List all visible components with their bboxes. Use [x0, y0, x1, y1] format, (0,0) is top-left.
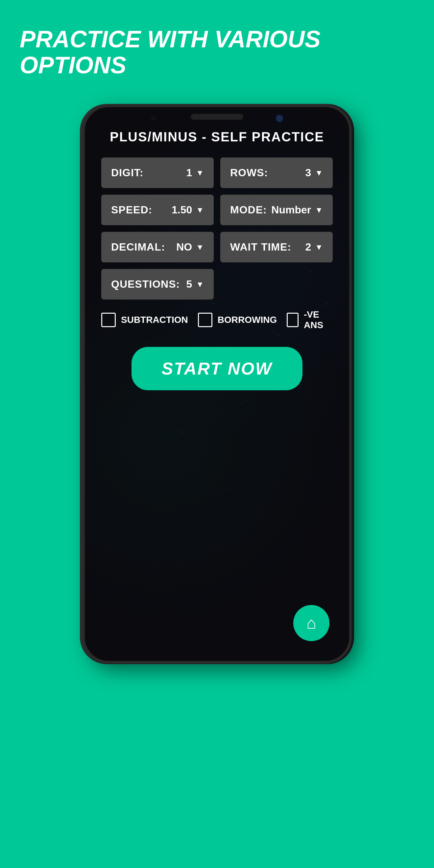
- borrowing-checkbox[interactable]: BORROWING: [198, 313, 277, 327]
- page-title: PRACTICE WITH VARIOUS OPTIONS: [20, 26, 414, 78]
- screen-title: PLUS/MINUS - SELF PRACTICE: [101, 129, 333, 144]
- phone-frame: PLUS/MINUS - SELF PRACTICE DIGIT: 1 ▼ RO…: [82, 104, 352, 663]
- phone-wrapper: PLUS/MINUS - SELF PRACTICE DIGIT: 1 ▼ RO…: [0, 98, 434, 663]
- page-background: PRACTICE WITH VARIOUS OPTIONS: [0, 0, 434, 868]
- mode-value: Number: [271, 204, 311, 216]
- questions-value-container: 5 ▼: [186, 278, 204, 290]
- rows-arrow-icon: ▼: [315, 168, 323, 178]
- decimal-value-container: NO ▼: [176, 241, 204, 253]
- wait-time-dropdown[interactable]: WAIT TIME: 2 ▼: [220, 232, 333, 262]
- svg-line-10: [182, 400, 246, 432]
- subtraction-checkbox[interactable]: SUBTRACTION: [101, 313, 188, 327]
- volume-down-button: [82, 229, 84, 249]
- subtraction-label: SUBTRACTION: [121, 315, 188, 325]
- checkboxes-row: SUBTRACTION BORROWING -VE ANS: [101, 309, 333, 331]
- speed-arrow-icon: ▼: [196, 206, 204, 215]
- svg-point-25: [181, 432, 183, 434]
- volume-up-button: [82, 199, 84, 219]
- questions-arrow-icon: ▼: [196, 280, 204, 289]
- phone-sensor: [151, 116, 156, 121]
- phone-speaker: [191, 114, 243, 120]
- options-row-4: QUESTIONS: 5 ▼: [101, 269, 333, 300]
- decimal-arrow-icon: ▼: [196, 243, 204, 252]
- home-fab-button[interactable]: ⌂: [293, 605, 330, 641]
- options-row-2: SPEED: 1.50 ▼ MODE: Number ▼: [101, 195, 333, 225]
- svg-line-15: [182, 529, 246, 562]
- phone-camera: [276, 115, 283, 122]
- mode-arrow-icon: ▼: [315, 206, 323, 215]
- svg-line-14: [117, 529, 182, 562]
- rows-value-container: 3 ▼: [305, 167, 323, 179]
- home-icon: ⌂: [306, 614, 316, 632]
- mode-dropdown[interactable]: MODE: Number ▼: [220, 195, 333, 225]
- svg-line-13: [214, 465, 278, 497]
- start-now-button[interactable]: START NOW: [131, 347, 303, 390]
- borrowing-checkbox-box[interactable]: [198, 313, 212, 327]
- options-row-3: DECIMAL: NO ▼ WAIT TIME: 2 ▼: [101, 232, 333, 262]
- decimal-label: DECIMAL:: [111, 241, 165, 253]
- digit-dropdown[interactable]: DIGIT: 1 ▼: [101, 157, 214, 188]
- page-header: PRACTICE WITH VARIOUS OPTIONS: [0, 0, 434, 98]
- digit-value: 1: [186, 167, 192, 179]
- subtraction-checkbox-box[interactable]: [101, 313, 116, 327]
- borrowing-label: BORROWING: [218, 315, 277, 325]
- wait-time-value: 2: [305, 241, 311, 253]
- wait-time-arrow-icon: ▼: [315, 243, 323, 252]
- speed-label: SPEED:: [111, 204, 152, 216]
- svg-line-11: [246, 400, 310, 432]
- options-row-1: DIGIT: 1 ▼ ROWS: 3 ▼: [101, 157, 333, 188]
- phone-screen: PLUS/MINUS - SELF PRACTICE DIGIT: 1 ▼ RO…: [85, 107, 349, 661]
- rows-label: ROWS:: [230, 167, 268, 179]
- negative-ans-checkbox-box[interactable]: [287, 313, 299, 327]
- wait-time-value-container: 2 ▼: [305, 241, 323, 253]
- rows-value: 3: [305, 167, 311, 179]
- negative-ans-checkbox[interactable]: -VE ANS: [287, 309, 333, 331]
- negative-ans-label: -VE ANS: [304, 309, 333, 331]
- questions-value: 5: [186, 278, 192, 290]
- mode-label: MODE:: [230, 204, 267, 216]
- questions-dropdown[interactable]: QUESTIONS: 5 ▼: [101, 269, 214, 300]
- mode-value-container: Number ▼: [271, 204, 323, 216]
- questions-label: QUESTIONS:: [111, 278, 180, 290]
- speed-value: 1.50: [172, 204, 192, 216]
- digit-label: DIGIT:: [111, 167, 143, 179]
- wait-time-label: WAIT TIME:: [230, 241, 291, 253]
- digit-arrow-icon: ▼: [196, 168, 204, 178]
- decimal-value: NO: [176, 241, 192, 253]
- digit-value-container: 1 ▼: [186, 167, 204, 179]
- svg-line-12: [149, 465, 214, 497]
- rows-dropdown[interactable]: ROWS: 3 ▼: [220, 157, 333, 188]
- screen-content: PLUS/MINUS - SELF PRACTICE DIGIT: 1 ▼ RO…: [85, 123, 349, 397]
- decimal-dropdown[interactable]: DECIMAL: NO ▼: [101, 232, 214, 262]
- phone-top-bar: [85, 107, 349, 123]
- svg-line-9: [117, 400, 182, 432]
- speed-value-container: 1.50 ▼: [172, 204, 204, 216]
- svg-point-26: [245, 399, 247, 401]
- speed-dropdown[interactable]: SPEED: 1.50 ▼: [101, 195, 214, 225]
